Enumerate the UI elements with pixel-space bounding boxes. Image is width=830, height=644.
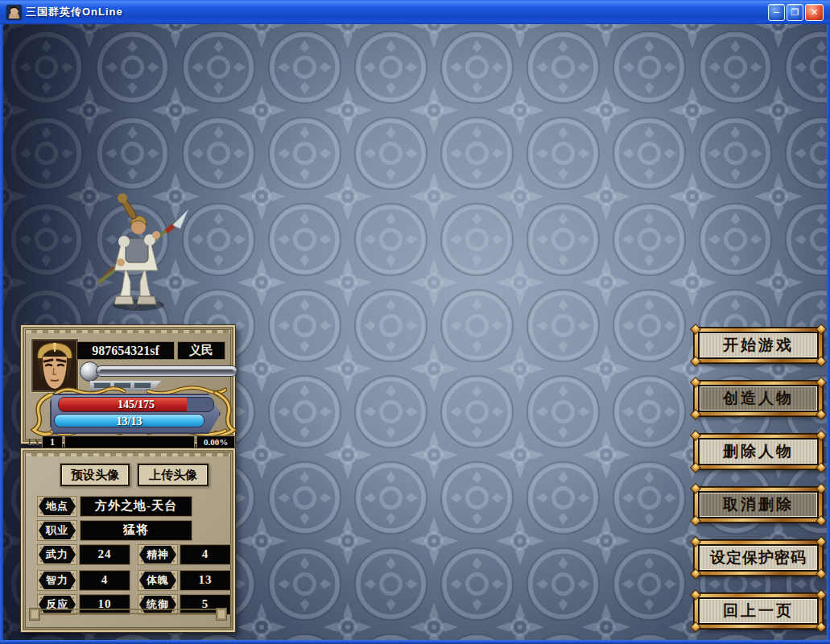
window-border-bottom	[0, 640, 830, 644]
preset-avatar-button[interactable]: 预设头像	[60, 464, 130, 486]
character-detail-panel-body: 预设头像 上传头像 地点 方外之地-天台 职业 猛将 武力 24 精神 4	[25, 452, 231, 628]
occupation-value: 猛将	[81, 521, 192, 540]
app-icon	[6, 5, 22, 20]
create-character-button[interactable]: 创造人物	[694, 381, 823, 416]
strength-value: 24	[80, 545, 130, 564]
rage-gauge-bar	[96, 365, 237, 377]
spirit-value: 4	[180, 545, 230, 564]
game-viewport: 987654321sf 义民	[3, 24, 827, 640]
level-label: L.V	[28, 438, 40, 446]
start-game-button[interactable]: 开始游戏	[694, 328, 823, 363]
cancel-delete-button[interactable]: 取消删除	[694, 487, 823, 522]
panel-foot-right	[216, 608, 227, 621]
character-status-panel-body: 987654321sf 义民	[25, 329, 231, 440]
exp-percent: 0.00%	[196, 436, 235, 448]
exp-bar	[64, 436, 195, 448]
location-label-badge: 地点	[38, 497, 76, 516]
hp-bar: 145/175	[58, 397, 214, 412]
mp-value: 13/13	[55, 415, 204, 427]
panel-bottom-ornament	[35, 609, 221, 614]
occupation-label-badge: 职业	[38, 521, 76, 540]
character-sprite[interactable]	[89, 185, 195, 314]
app-window: 三国群英传OnLine ─ ❐ ✕	[0, 0, 830, 644]
intelligence-value: 4	[80, 571, 130, 590]
gauge-segment	[134, 382, 151, 389]
character-detail-panel: 预设头像 上传头像 地点 方外之地-天台 职业 猛将 武力 24 精神 4	[20, 448, 236, 633]
close-button[interactable]: ✕	[805, 4, 824, 21]
strength-label-badge: 武力	[38, 545, 76, 564]
set-protect-password-button[interactable]: 设定保护密码	[694, 540, 823, 576]
delete-character-button[interactable]: 删除人物	[694, 434, 823, 469]
location-value: 方外之地-天台	[81, 497, 192, 516]
level-value: 1	[42, 436, 63, 448]
minimize-button[interactable]: ─	[768, 4, 785, 21]
gauge-segment	[114, 382, 131, 389]
gauge-segment	[93, 382, 111, 389]
character-class-title: 义民	[177, 341, 225, 360]
window-titlebar[interactable]: 三国群英传OnLine ─ ❐ ✕	[0, 0, 830, 24]
back-previous-page-button[interactable]: 回上一页	[694, 593, 823, 629]
hp-value: 145/175	[59, 398, 213, 411]
upload-avatar-button[interactable]: 上传头像	[138, 464, 209, 486]
level-row: L.V 1 0.00%	[28, 436, 234, 448]
spirit-label-badge: 精神	[138, 545, 177, 564]
panel-foot-left	[29, 608, 40, 621]
maximize-button[interactable]: ❐	[787, 4, 803, 21]
window-border-left	[0, 24, 3, 644]
physique-value: 13	[180, 571, 230, 590]
physique-label-badge: 体魄	[138, 571, 177, 590]
character-status-panel: 987654321sf 义民	[20, 324, 236, 444]
window-controls: ─ ❐ ✕	[768, 4, 824, 21]
character-portrait[interactable]	[31, 339, 78, 392]
intelligence-label-badge: 智力	[38, 571, 76, 590]
window-title: 三国群英传OnLine	[26, 5, 768, 19]
window-border-right	[827, 24, 830, 644]
character-name: 987654321sf	[76, 341, 175, 360]
gauge-segment-tray	[90, 381, 161, 391]
mp-bar: 13/13	[54, 414, 204, 427]
